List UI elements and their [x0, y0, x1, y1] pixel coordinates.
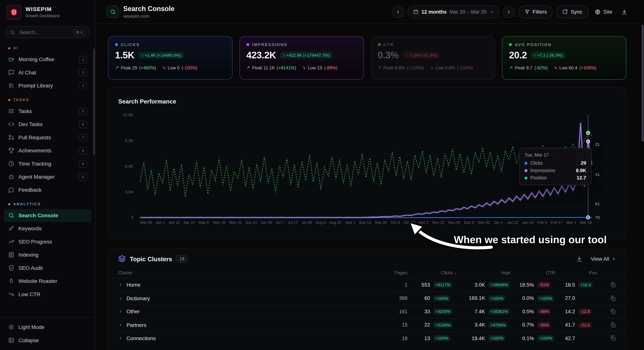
sidebar-item-agent-manager[interactable]: Agent Manager0 — [4, 170, 91, 183]
view-all-link[interactable]: View All — [591, 256, 616, 262]
download-icon[interactable] — [576, 256, 583, 262]
app-logo[interactable]: WISEPIM Growth Dashboard — [0, 0, 95, 24]
document-icon — [8, 252, 14, 258]
ctr-change-badge: +100% — [537, 335, 554, 342]
sidebar-item-keywords[interactable]: Keywords — [4, 222, 91, 235]
trophy-icon — [8, 148, 14, 154]
search-shortcut-badge: ⌘ K — [73, 29, 86, 36]
position-marker — [586, 131, 590, 134]
copy-icon[interactable] — [610, 282, 616, 288]
x-axis-tick: Nov 1 — [418, 220, 428, 225]
sidebar-item-website-roaster[interactable]: Website Roaster — [4, 275, 91, 287]
tooltip-date: Tue, Mar 17 — [524, 152, 586, 157]
page-scrollbar[interactable] — [642, 24, 644, 142]
date-range-label: 12 months — [421, 9, 446, 14]
sidebar-item-prompt-library[interactable]: Prompt Library4 — [4, 79, 91, 92]
search-icon — [8, 212, 14, 218]
sidebar-item-time-tracking[interactable]: Time Tracking9 — [4, 157, 91, 170]
ctr-value: 0.3% — [378, 50, 399, 60]
col-impressions[interactable]: Impr. — [456, 270, 512, 275]
x-axis-tick: Aug 8 — [316, 220, 326, 225]
sidebar-item-seo-audit[interactable]: SEO Audit — [4, 262, 91, 274]
sidebar-item-pull-requests[interactable]: Pull Requests7 — [4, 131, 91, 144]
trending-up-icon — [8, 239, 14, 245]
table-row-dictionary[interactable]: Dictionary 368 60 +100% 169.1K +100% 0.0… — [108, 292, 626, 305]
x-axis-tick: Sep 13 — [359, 220, 371, 225]
search-input[interactable] — [18, 29, 70, 36]
sidebar-item-feedback[interactable]: Feedback — [4, 184, 91, 196]
clusters-title: Topic Clusters — [130, 255, 172, 262]
cluster-name: Dictionary — [126, 295, 150, 301]
y-axis-tick: 6.0K — [125, 164, 133, 168]
key-icon — [8, 226, 14, 232]
chevron-right-icon — [118, 322, 123, 327]
col-position[interactable]: Pos. — [556, 270, 598, 275]
prev-period-button[interactable] — [392, 6, 404, 18]
site-button[interactable]: Site — [592, 8, 615, 15]
sidebar-footer: Light Mode Collapse — [0, 317, 95, 350]
chevron-left-icon — [396, 9, 400, 14]
x-axis-tick: Jul 17 — [288, 220, 298, 225]
stat-card-avg-position[interactable]: AVG POSITION 20.2↑ +7.2 (-26.3%) ↗Peak 9… — [502, 36, 626, 80]
copy-icon[interactable] — [610, 335, 616, 342]
x-axis-tick: Jul 28 — [302, 220, 312, 225]
sidebar-item-dev-tasks[interactable]: Dev Tasks6 — [4, 118, 91, 130]
content: CLICKS 1.5K↑ +1.4K (+14480.0%) ↗Peak 29(… — [96, 36, 641, 350]
clicks-delta-badge: ↑ +1.4K (+14480.0%) — [138, 52, 184, 58]
copy-icon[interactable] — [610, 295, 616, 301]
ctr-change-badge: -51% — [537, 282, 551, 288]
sync-button[interactable]: Sync — [556, 5, 588, 18]
x-axis-tick: Mar 18 — [580, 220, 592, 225]
next-period-button[interactable] — [503, 6, 515, 18]
sidebar-search[interactable]: ⌘ K — [6, 26, 90, 38]
light-mode-toggle[interactable]: Light Mode — [4, 320, 91, 333]
copy-icon[interactable] — [610, 308, 616, 314]
ctr-delta-badge: ↓ -3.9% (-91.9%) — [403, 52, 440, 58]
x-axis-tick: Nov 26 — [448, 220, 460, 225]
stat-card-clicks[interactable]: CLICKS 1.5K↑ +1.4K (+14480.0%) ↗Peak 29(… — [108, 36, 232, 80]
col-clicks-sorted[interactable]: Clicks ↓ — [408, 270, 456, 275]
search-console-icon — [107, 6, 119, 18]
clicks-value: 1.5K — [115, 50, 134, 60]
table-row-partners[interactable]: Partners 15 22 +2100% 3.4K +4756% 0.7% -… — [108, 318, 626, 332]
impr-change-badge: +28362% — [488, 308, 510, 314]
sidebar-item-achievements[interactable]: Achievements8 — [4, 144, 91, 157]
table-row-connections[interactable]: Connections 18 13 +100% 19.4K +100% 0.1%… — [108, 331, 626, 345]
sidebar-item-ai-chat[interactable]: AI Chat3 — [4, 66, 91, 79]
sidebar-item-morning-coffee[interactable]: Morning Coffee2 — [4, 53, 91, 66]
x-axis-tick: Oct 20 — [404, 220, 415, 225]
trend-up-icon: ↗ — [378, 65, 382, 70]
stat-card-impressions[interactable]: IMPRESSIONS 423.2K↑ +422.9K (+178447.7%)… — [239, 36, 364, 80]
trend-down-icon: ↘ — [162, 65, 166, 70]
pos-change-badge: +16.4 — [578, 282, 593, 288]
table-row-other[interactable]: Other 161 33 +3200% 7.4K +28362% 0.5% -8… — [108, 305, 626, 318]
sidebar-item-search-console[interactable]: Search Console — [4, 209, 91, 222]
chevron-right-icon — [612, 256, 616, 261]
date-range-picker[interactable]: 12 months Mar 20 – Mar 20 — [408, 5, 500, 18]
sidebar-item-seo-progress[interactable]: SEO Progress — [4, 235, 91, 248]
x-axis-tick: Jul 7 — [276, 220, 284, 225]
clicks-change-badge: +9117% — [433, 282, 452, 288]
section-dot — [8, 203, 10, 205]
x-axis-tick: Jan 24 — [522, 220, 534, 225]
sidebar-item-tasks[interactable]: Tasks5 — [4, 105, 91, 118]
clusters-count-badge: 19 — [176, 255, 188, 262]
topbar-controls: 12 months Mar 20 – Mar 20 Filters Sync S… — [392, 5, 630, 18]
table-row-home[interactable]: Home 1 553 +9117% 3.0K +18606% 18.5% -51… — [108, 278, 626, 292]
page-title: Search Console — [123, 5, 174, 13]
stat-card-ctr[interactable]: CTR 0.3%↓ -3.9% (-91.9%) ↗Peak 9.8%(+129… — [371, 36, 495, 80]
position-delta-badge: ↑ +7.2 (-26.3%) — [531, 52, 566, 58]
y-axis-tick: 3.0K — [125, 190, 133, 194]
sidebar-scrollbar[interactable] — [93, 48, 95, 155]
app-title: WISEPIM — [26, 6, 59, 13]
export-button[interactable] — [619, 9, 630, 14]
trending-down-icon — [8, 291, 14, 297]
col-ctr[interactable]: CTR — [512, 270, 556, 275]
sidebar-item-indexing[interactable]: Indexing — [4, 248, 91, 261]
collapse-sidebar-button[interactable]: Collapse — [4, 334, 91, 346]
filters-button[interactable]: Filters — [518, 5, 553, 18]
sidebar-item-low-ctr[interactable]: Low CTR — [4, 288, 91, 300]
col-cluster: Cluster — [118, 270, 378, 275]
copy-icon[interactable] — [610, 322, 616, 328]
main-area: Search Console wisepim.com 12 months Mar… — [96, 0, 641, 350]
